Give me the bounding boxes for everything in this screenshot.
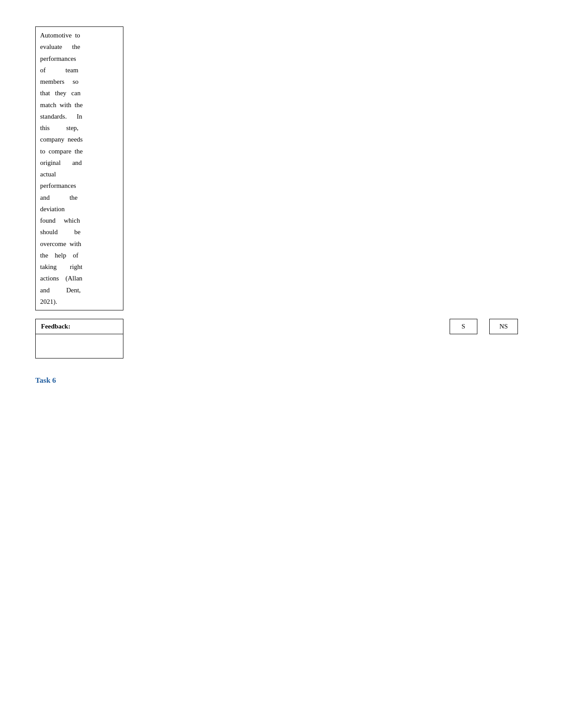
right-empty-area <box>123 27 450 310</box>
line-8: standards. In <box>40 113 82 120</box>
line-3: performances <box>40 55 76 62</box>
main-content-table: Automotive to evaluate the performances … <box>35 26 527 358</box>
ns-label: NS <box>499 323 508 330</box>
spacer-row-right <box>123 310 450 319</box>
feedback-answer-cell[interactable] <box>36 334 123 358</box>
line-12: original and <box>40 159 82 166</box>
ns-cell: NS <box>490 319 518 334</box>
line-18: should be <box>40 228 81 235</box>
line-14: performances <box>40 182 76 189</box>
line-15: and the <box>40 194 78 201</box>
after-ns <box>518 319 527 334</box>
line-21: taking right <box>40 263 82 270</box>
line-16: deviation <box>40 205 65 213</box>
line-1: Automotive to <box>40 32 80 39</box>
line-22: actions (Allan <box>40 275 82 282</box>
line-7: match with the <box>40 101 83 108</box>
line-24: 2021). <box>40 298 57 305</box>
spacer-row-left <box>36 310 123 319</box>
feedback-label: Feedback: <box>41 323 71 330</box>
feedback-spacer <box>123 319 450 334</box>
line-17: found which <box>40 217 80 224</box>
feedback-row: Feedback: S NS <box>36 319 527 334</box>
line-9: this step, <box>40 124 78 131</box>
line-4: of team <box>40 67 78 74</box>
feedback-answer-row <box>36 334 527 358</box>
between-s-ns <box>477 319 489 334</box>
line-2: evaluate the <box>40 43 80 50</box>
line-19: overcome with <box>40 240 81 247</box>
s-cell: S <box>450 319 477 334</box>
paragraph-block: Automotive to evaluate the performances … <box>40 30 119 307</box>
task-label-text: Task 6 <box>35 376 56 385</box>
line-5: members so <box>40 78 78 85</box>
task-6-label: Task 6 <box>35 376 527 385</box>
line-23: and Dent, <box>40 287 81 294</box>
page-content: Automotive to evaluate the performances … <box>35 26 527 385</box>
s-label: S <box>462 323 465 330</box>
line-10: company needs <box>40 136 83 143</box>
line-11: to compare the <box>40 148 83 155</box>
text-content-cell: Automotive to evaluate the performances … <box>36 27 123 310</box>
line-6: that they can <box>40 90 81 97</box>
line-13: actual <box>40 171 56 178</box>
feedback-label-cell: Feedback: <box>36 319 123 334</box>
line-20: the help of <box>40 252 78 259</box>
feedback-answer-spacer <box>123 334 527 358</box>
